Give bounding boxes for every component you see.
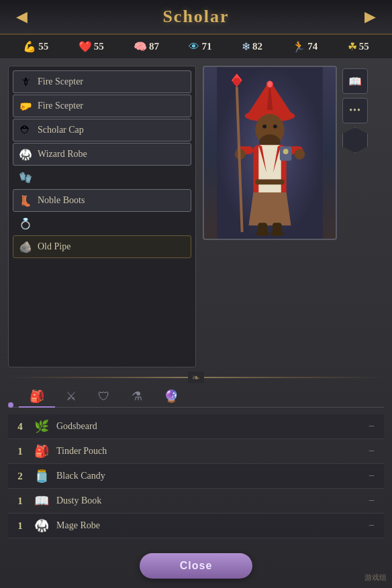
close-button[interactable]: Close bbox=[140, 553, 253, 579]
item-qty: 2 bbox=[13, 471, 27, 482]
item-remove-button[interactable]: − bbox=[364, 518, 379, 533]
inventory-item-tinder-pouch[interactable]: 1 🎒 Tinder Pouch − bbox=[8, 439, 384, 464]
hex-button[interactable] bbox=[342, 127, 368, 153]
hp-icon: ❤️ bbox=[79, 40, 92, 53]
item-icon: 🫙 bbox=[34, 469, 50, 483]
weapon-name: Fire Scepter bbox=[38, 76, 83, 87]
inventory-section: 🎒 ⚔ 🛡 ⚗ 🔮 4 🌿 Godsbeard − 1 🎒 Tinder Pou… bbox=[0, 381, 392, 544]
strength-icon: 💪 bbox=[23, 40, 36, 53]
item-qty: 1 bbox=[13, 520, 27, 532]
slot-accessory[interactable]: 🪨 Old Pipe bbox=[13, 235, 191, 258]
portrait-side-buttons: 📖 ••• bbox=[342, 66, 368, 240]
stat-hp: ❤️ 55 bbox=[79, 40, 104, 53]
luck-value: 55 bbox=[359, 41, 369, 52]
slot-offhand[interactable]: 🤛 Fire Scepter bbox=[13, 95, 191, 117]
inventory-item-mage-robe[interactable]: 1 🥋 Mage Robe − bbox=[8, 514, 384, 538]
head-name: Scholar Cap bbox=[38, 125, 84, 135]
item-name: Godsbeard bbox=[56, 421, 358, 432]
stats-bar: 💪 55 ❤️ 55 🧠 87 👁 71 ❄ 82 🏃 74 ☘ 55 bbox=[0, 35, 392, 59]
inventory-table: 4 🌿 Godsbeard − 1 🎒 Tinder Pouch − 2 🫙 B… bbox=[8, 414, 384, 538]
inventory-item-dusty-book[interactable]: 1 📖 Dusty Book − bbox=[8, 489, 384, 514]
offhand-name: Fire Scepter bbox=[38, 101, 83, 111]
stat-luck: ☘ 55 bbox=[348, 40, 369, 53]
main-container: ◀ Scholar ▶ 💪 55 ❤️ 55 🧠 87 👁 71 ❄ 82 🏃 … bbox=[0, 0, 392, 588]
item-icon: 🌿 bbox=[34, 419, 50, 434]
tab-all[interactable]: 🎒 bbox=[19, 386, 55, 408]
inventory-tabs: 🎒 ⚔ 🛡 ⚗ 🔮 bbox=[8, 386, 384, 408]
svg-point-23 bbox=[294, 149, 305, 160]
item-name: Black Candy bbox=[56, 471, 358, 481]
svg-point-6 bbox=[268, 81, 272, 88]
item-icon: 🎒 bbox=[34, 444, 50, 459]
item-icon: 📖 bbox=[34, 493, 50, 508]
hands-icon: 🧤 bbox=[19, 171, 32, 184]
svg-marker-16 bbox=[248, 192, 291, 225]
item-name: Mage Robe bbox=[56, 520, 358, 531]
inventory-item-black-candy[interactable]: 2 🫙 Black Candy − bbox=[8, 464, 384, 489]
item-qty: 1 bbox=[13, 495, 27, 507]
speed-value: 82 bbox=[252, 41, 262, 52]
slot-feet[interactable]: 👢 Noble Boots bbox=[13, 189, 191, 212]
next-arrow-button[interactable]: ▶ bbox=[359, 5, 381, 28]
item-remove-button[interactable]: − bbox=[364, 419, 379, 434]
tab-magic[interactable]: 🔮 bbox=[153, 386, 189, 408]
strength-value: 55 bbox=[38, 41, 48, 52]
more-options-button[interactable]: ••• bbox=[342, 98, 368, 123]
offhand-icon: 🤛 bbox=[19, 100, 32, 113]
intelligence-value: 87 bbox=[149, 41, 159, 52]
portrait-area: 📖 ••• bbox=[203, 66, 384, 367]
header: ◀ Scholar ▶ bbox=[0, 0, 392, 35]
slot-weapon[interactable]: 🗡 Fire Scepter bbox=[13, 70, 191, 93]
item-remove-button[interactable]: − bbox=[364, 469, 379, 483]
svg-point-26 bbox=[256, 231, 269, 236]
intelligence-icon: 🧠 bbox=[134, 40, 147, 53]
accessory-icon: 🪨 bbox=[19, 241, 32, 253]
section-divider bbox=[8, 377, 384, 378]
feet-icon: 👢 bbox=[19, 194, 32, 207]
prev-arrow-button[interactable]: ◀ bbox=[11, 5, 33, 28]
svg-point-10 bbox=[273, 125, 277, 129]
item-qty: 4 bbox=[13, 421, 27, 432]
close-button-area: Close bbox=[0, 544, 392, 588]
svg-point-9 bbox=[262, 125, 266, 129]
svg-point-27 bbox=[271, 231, 284, 236]
body-icon: 🥋 bbox=[19, 148, 32, 161]
info-button[interactable]: 📖 bbox=[342, 68, 368, 94]
stat-intelligence: 🧠 87 bbox=[134, 40, 159, 53]
watermark: 游戏组 bbox=[364, 573, 387, 583]
luck-icon: ☘ bbox=[348, 40, 357, 53]
active-tab-indicator bbox=[8, 402, 13, 408]
inventory-item-godsbeard[interactable]: 4 🌿 Godsbeard − bbox=[8, 414, 384, 439]
item-name: Dusty Book bbox=[56, 495, 358, 506]
body-name: Wizard Robe bbox=[38, 149, 87, 160]
tab-weapons[interactable]: ⚔ bbox=[55, 386, 87, 408]
svg-point-29 bbox=[283, 149, 289, 154]
speed-icon: ❄ bbox=[242, 40, 250, 53]
item-remove-button[interactable]: − bbox=[364, 493, 379, 508]
equipment-panel: 🗡 Fire Scepter 🤛 Fire Scepter ⛑ Scholar … bbox=[8, 66, 196, 367]
stat-strength: 💪 55 bbox=[23, 40, 48, 53]
svg-rect-15 bbox=[255, 179, 284, 184]
feet-name: Noble Boots bbox=[38, 195, 85, 206]
accessory-name: Old Pipe bbox=[38, 241, 70, 252]
slot-ring[interactable]: 💍 bbox=[13, 213, 191, 234]
slot-hands[interactable]: 🧤 bbox=[13, 167, 191, 188]
content-area: 🗡 Fire Scepter 🤛 Fire Scepter ⛑ Scholar … bbox=[0, 59, 392, 374]
slot-head[interactable]: ⛑ Scholar Cap bbox=[13, 119, 191, 141]
hp-value: 55 bbox=[94, 41, 104, 52]
slot-body[interactable]: 🥋 Wizard Robe bbox=[13, 143, 191, 166]
head-icon: ⛑ bbox=[19, 124, 32, 136]
tab-potions[interactable]: ⚗ bbox=[121, 386, 153, 408]
character-portrait bbox=[203, 66, 337, 240]
item-icon: 🥋 bbox=[34, 518, 50, 533]
stat-perception: 👁 71 bbox=[189, 41, 211, 53]
weapon-icon: 🗡 bbox=[19, 76, 32, 88]
item-remove-button[interactable]: − bbox=[364, 444, 379, 459]
page-title: Scholar bbox=[33, 7, 359, 27]
ring-icon: 💍 bbox=[19, 217, 32, 230]
stat-agility: 🏃 74 bbox=[292, 40, 317, 53]
agility-value: 74 bbox=[307, 41, 317, 52]
tab-armor[interactable]: 🛡 bbox=[87, 387, 121, 408]
stat-speed: ❄ 82 bbox=[242, 40, 262, 53]
agility-icon: 🏃 bbox=[292, 40, 305, 53]
